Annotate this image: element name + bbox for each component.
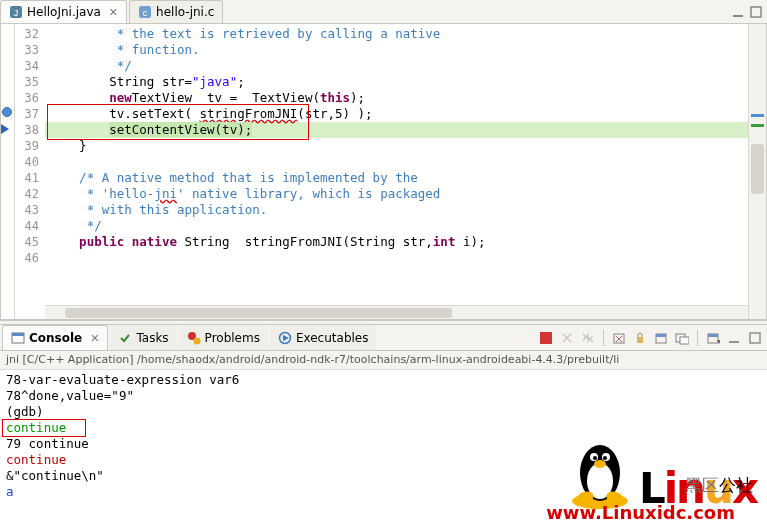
- console-launch-label: jni [C/C++ Application] /home/shaodx/and…: [0, 351, 767, 370]
- console-icon: [11, 331, 25, 345]
- execution-pointer-icon: [1, 124, 9, 134]
- line-number: 45: [17, 234, 39, 250]
- code-line[interactable]: tv.setText( stringFromJNI(str,5) );: [45, 106, 748, 122]
- scroll-thumb[interactable]: [751, 144, 764, 194]
- svg-text:c: c: [143, 8, 148, 18]
- java-file-icon: J: [9, 5, 23, 19]
- code-editor[interactable]: 323334353637383940414243444546 * the tex…: [0, 24, 767, 320]
- svg-rect-12: [540, 332, 552, 344]
- tab-label: HelloJni.java: [27, 5, 101, 19]
- line-number-gutter: 323334353637383940414243444546: [15, 24, 45, 319]
- display-selected-button[interactable]: [674, 330, 690, 346]
- c-file-icon: c: [138, 5, 152, 19]
- code-line[interactable]: * function.: [45, 42, 748, 58]
- clear-console-button[interactable]: [611, 330, 627, 346]
- code-line[interactable]: newTextView tv = TextView(this);: [45, 90, 748, 106]
- line-number: 38: [17, 122, 39, 138]
- tasks-icon: [118, 331, 132, 345]
- code-line[interactable]: * the text is retrieved by calling a nat…: [45, 26, 748, 42]
- line-number: 42: [17, 186, 39, 202]
- svg-marker-11: [283, 335, 289, 341]
- line-number: 33: [17, 42, 39, 58]
- console-line: &"continue\n": [6, 468, 761, 484]
- code-line[interactable]: */: [45, 218, 748, 234]
- minimize-view-icon[interactable]: [726, 330, 742, 346]
- code-line[interactable]: * 'hello-jni' native library, which is p…: [45, 186, 748, 202]
- code-area[interactable]: * the text is retrieved by calling a nat…: [45, 24, 748, 319]
- open-console-button[interactable]: ▾: [705, 330, 721, 346]
- overview-marker: [751, 124, 764, 127]
- console-line: continue: [6, 420, 761, 436]
- svg-text:▾: ▾: [717, 337, 720, 345]
- console-line: a: [6, 484, 761, 500]
- scroll-lock-button[interactable]: [632, 330, 648, 346]
- svg-rect-16: [656, 334, 666, 337]
- console-toolbar: ▾: [538, 330, 763, 346]
- svg-rect-7: [12, 333, 24, 336]
- code-line[interactable]: [45, 154, 748, 170]
- line-number: 44: [17, 218, 39, 234]
- console-line: 78^done,value="9": [6, 388, 761, 404]
- maximize-icon[interactable]: [749, 5, 763, 19]
- horizontal-scrollbar[interactable]: [45, 305, 748, 319]
- code-line[interactable]: [45, 250, 748, 266]
- close-icon[interactable]: ✕: [109, 6, 118, 19]
- svg-rect-4: [733, 15, 743, 17]
- editor-tab-bar: J HelloJni.java ✕ c hello-jni.c: [0, 0, 767, 24]
- separator: [697, 330, 698, 346]
- terminate-button[interactable]: [538, 330, 554, 346]
- code-line[interactable]: String str="java";: [45, 74, 748, 90]
- editor-tab-hello-jni-c[interactable]: c hello-jni.c: [129, 0, 223, 23]
- svg-rect-5: [751, 7, 761, 17]
- console-line: 79 continue: [6, 436, 761, 452]
- console-line: 78-var-evaluate-expression var6: [6, 372, 761, 388]
- line-number: 39: [17, 138, 39, 154]
- tab-label: Tasks: [136, 331, 168, 345]
- remove-all-button[interactable]: [580, 330, 596, 346]
- maximize-view-icon[interactable]: [747, 330, 763, 346]
- svg-rect-22: [729, 341, 739, 343]
- line-number: 32: [17, 26, 39, 42]
- problems-icon: [187, 331, 201, 345]
- code-line[interactable]: public native String stringFromJNI(Strin…: [45, 234, 748, 250]
- vertical-scrollbar[interactable]: [748, 24, 766, 319]
- pin-console-button[interactable]: [653, 330, 669, 346]
- line-number: 34: [17, 58, 39, 74]
- code-line[interactable]: setContentView(tv);: [45, 122, 748, 138]
- code-line[interactable]: * with this application.: [45, 202, 748, 218]
- code-line[interactable]: */: [45, 58, 748, 74]
- tab-label: Problems: [205, 331, 260, 345]
- console-line: (gdb): [6, 404, 761, 420]
- close-icon[interactable]: ✕: [90, 332, 99, 345]
- line-number: 40: [17, 154, 39, 170]
- tab-label: hello-jni.c: [156, 5, 214, 19]
- editor-tab-hellojni-java[interactable]: J HelloJni.java ✕: [0, 0, 127, 23]
- line-number: 46: [17, 250, 39, 266]
- line-number: 43: [17, 202, 39, 218]
- breakpoint-marker-icon[interactable]: [2, 107, 12, 117]
- tab-executables[interactable]: Executables: [270, 325, 377, 350]
- console-line: continue: [6, 452, 761, 468]
- tab-console[interactable]: Console ✕: [2, 325, 108, 350]
- console-output[interactable]: 78-var-evaluate-expression var678^done,v…: [0, 370, 767, 523]
- line-number: 35: [17, 74, 39, 90]
- overview-marker: [751, 114, 764, 117]
- svg-point-9: [193, 337, 200, 344]
- svg-rect-23: [750, 333, 760, 343]
- minimize-icon[interactable]: [731, 5, 745, 19]
- remove-launch-button[interactable]: [559, 330, 575, 346]
- executables-icon: [278, 331, 292, 345]
- tab-problems[interactable]: Problems: [179, 325, 268, 350]
- code-line[interactable]: /* A native method that is implemented b…: [45, 170, 748, 186]
- tab-label: Console: [29, 331, 82, 345]
- line-number: 37: [17, 106, 39, 122]
- svg-rect-18: [680, 337, 689, 344]
- watermark-cn: 黑区公社: [685, 474, 753, 497]
- marker-gutter: [1, 24, 15, 319]
- watermark-url: www.Linuxidc.com: [546, 502, 735, 523]
- code-line[interactable]: }: [45, 138, 748, 154]
- line-number: 36: [17, 90, 39, 106]
- separator: [603, 330, 604, 346]
- tab-tasks[interactable]: Tasks: [110, 325, 176, 350]
- scroll-thumb[interactable]: [65, 308, 452, 318]
